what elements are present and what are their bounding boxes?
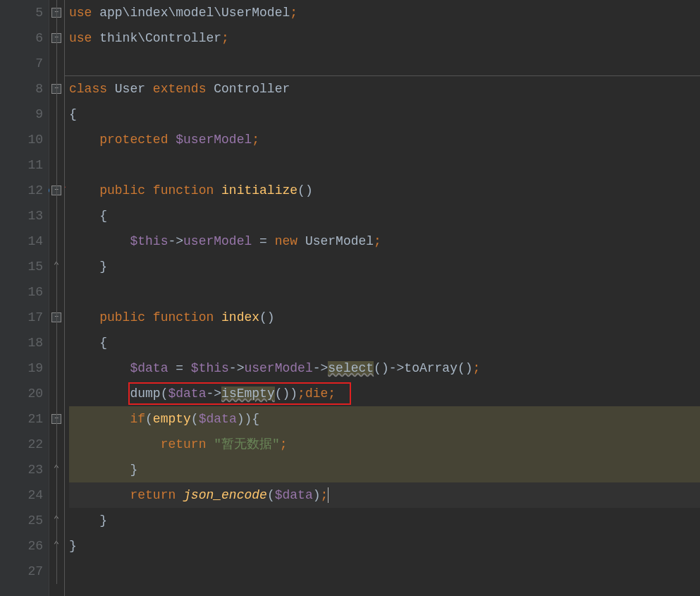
code-token: $data [199, 412, 237, 426]
code-token: "暂无数据" [214, 437, 280, 451]
code-token: } [69, 513, 107, 528]
code-token: ()) [275, 387, 297, 401]
code-line[interactable]: } [69, 254, 700, 279]
code-token: () [259, 310, 275, 324]
line-number[interactable]: 26 [0, 533, 43, 559]
code-token: = [168, 361, 190, 375]
code-token: ; [374, 234, 381, 248]
code-token: } [69, 539, 77, 553]
line-number[interactable]: 22 [0, 432, 43, 457]
code-token: -> [229, 361, 245, 375]
code-token: $data [275, 488, 313, 502]
code-token [69, 488, 130, 502]
code-token: return [161, 437, 214, 451]
code-line[interactable]: $this->userModel = new UserModel; [69, 229, 700, 254]
code-line[interactable]: protected $userModel; [69, 127, 700, 152]
code-token: toArray [404, 361, 458, 375]
code-token: { [69, 209, 107, 223]
code-line[interactable]: { [69, 102, 700, 127]
code-token: use [69, 31, 99, 45]
code-line[interactable]: dump($data->isEmpty());die; [69, 381, 700, 406]
line-number[interactable]: 16 [0, 279, 43, 305]
code-token: () [458, 361, 473, 375]
line-gutter[interactable]: 5678910111213141516171819202122232425262… [0, 0, 49, 596]
code-token: ; [473, 361, 481, 375]
code-token [69, 234, 130, 248]
code-token: empty [153, 412, 191, 426]
code-token: ; [297, 387, 305, 401]
line-number[interactable]: 21 [0, 406, 43, 432]
line-number[interactable]: 11 [0, 152, 43, 178]
code-token: -> [168, 234, 183, 248]
code-token: = [252, 234, 274, 248]
line-number[interactable]: 10 [0, 127, 43, 152]
code-line[interactable]: if(empty($data)){ [69, 406, 700, 432]
code-token: ; [280, 437, 288, 451]
code-token [69, 183, 99, 197]
code-line[interactable]: { [69, 203, 700, 229]
code-token: { [69, 336, 107, 350]
line-number[interactable]: 5 [0, 0, 43, 25]
code-token: return [130, 488, 183, 502]
line-number[interactable]: 6 [0, 25, 43, 51]
code-line[interactable]: use think\Controller; [69, 25, 700, 51]
code-area[interactable]: use app\index\model\UserModel;use think\… [65, 0, 700, 596]
line-number[interactable]: 27 [0, 559, 43, 584]
code-line[interactable] [69, 51, 700, 76]
code-token: class [69, 82, 115, 96]
code-token: $this [191, 361, 229, 375]
line-number[interactable]: 17 [0, 305, 43, 330]
code-token: app\index\model\UserModel [99, 6, 290, 20]
code-token: public function [99, 183, 221, 197]
code-token: -> [313, 361, 328, 375]
line-number[interactable]: 8 [0, 76, 43, 102]
code-token: public function [99, 310, 221, 324]
line-number[interactable]: 12 [0, 178, 43, 203]
code-token: ()-> [374, 361, 404, 375]
code-line[interactable] [69, 152, 700, 178]
code-token [69, 310, 99, 324]
code-token: () [297, 183, 313, 197]
code-token: Controller [214, 82, 290, 96]
code-line[interactable]: return "暂无数据"; [69, 432, 700, 457]
code-token: extends [153, 82, 214, 96]
code-line[interactable]: { [69, 330, 700, 355]
code-token: UserModel [305, 234, 374, 248]
code-token: } [69, 260, 107, 274]
code-token: $data [168, 387, 206, 401]
code-token: ; [221, 31, 229, 45]
code-line[interactable]: public function initialize() [69, 178, 700, 203]
code-line[interactable]: class User extends Controller [69, 76, 700, 102]
code-token: ; [328, 387, 336, 401]
code-token: initialize [221, 183, 297, 197]
code-line[interactable]: public function index() [69, 305, 700, 330]
code-token: { [69, 107, 77, 121]
fold-column[interactable]: ⌃⌃⌃⌃ [49, 0, 65, 596]
line-number[interactable]: 25 [0, 508, 43, 533]
code-line[interactable] [69, 559, 700, 584]
code-token: ; [252, 133, 259, 147]
code-line[interactable]: use app\index\model\UserModel; [69, 0, 700, 25]
line-number[interactable]: 24 [0, 482, 43, 508]
code-line[interactable]: $data = $this->userModel->select()->toAr… [69, 355, 700, 381]
code-line[interactable] [69, 279, 700, 305]
line-number[interactable]: 7 [0, 51, 43, 76]
code-token: ( [191, 412, 199, 426]
code-line[interactable]: } [69, 457, 700, 482]
line-number[interactable]: 18 [0, 330, 43, 355]
line-number[interactable]: 20 [0, 381, 43, 406]
code-line[interactable]: } [69, 508, 700, 533]
line-number[interactable]: 19 [0, 355, 43, 381]
code-token: die [305, 387, 328, 401]
line-number[interactable]: 13 [0, 203, 43, 229]
code-token: ( [161, 387, 168, 401]
code-token: new [275, 234, 305, 248]
code-token: ( [145, 412, 153, 426]
line-number[interactable]: 9 [0, 102, 43, 127]
line-number[interactable]: 15 [0, 254, 43, 279]
line-number[interactable]: 14 [0, 229, 43, 254]
code-token: userModel [183, 234, 252, 248]
line-number[interactable]: 23 [0, 457, 43, 482]
code-line[interactable]: } [69, 533, 700, 559]
code-line[interactable]: return json_encode($data); [69, 482, 700, 508]
